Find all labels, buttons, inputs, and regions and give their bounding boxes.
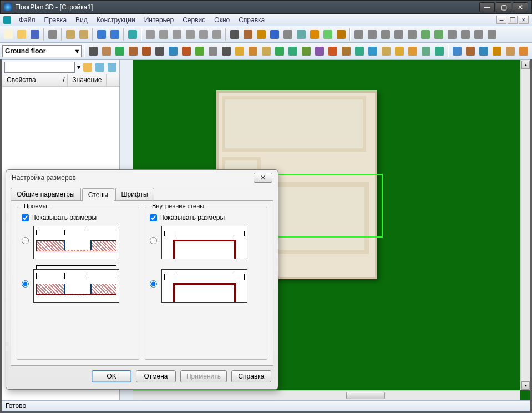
unlock-button[interactable] — [486, 28, 498, 41]
menu-constructions[interactable]: Конструкции — [92, 15, 140, 25]
group-button[interactable] — [419, 28, 432, 41]
rail-button[interactable] — [353, 45, 366, 57]
stairs-button[interactable] — [154, 45, 166, 57]
print-button[interactable] — [47, 28, 59, 41]
ok-button[interactable]: OK — [92, 370, 131, 382]
wall-button[interactable] — [100, 45, 113, 57]
radio-opening-1[interactable] — [22, 237, 29, 244]
dialog-close-button[interactable]: ✕ — [254, 173, 272, 183]
roof-button[interactable] — [140, 45, 153, 57]
send-back-button[interactable] — [459, 28, 472, 41]
cancel-button[interactable]: Отмена — [136, 370, 176, 382]
path-button[interactable] — [313, 45, 326, 57]
edit3d-button[interactable] — [478, 45, 490, 57]
close-button[interactable]: ✕ — [513, 2, 528, 12]
tab-walls[interactable]: Стены — [82, 188, 114, 201]
radio-inner-1[interactable] — [150, 237, 157, 244]
align-left-button[interactable] — [353, 28, 365, 41]
door-button[interactable] — [114, 45, 126, 57]
sidebar-combo[interactable] — [4, 62, 75, 73]
maximize-button[interactable]: ▢ — [496, 2, 511, 12]
measure-button[interactable] — [255, 28, 267, 41]
menu-view[interactable]: Вид — [71, 15, 92, 25]
menu-interior[interactable]: Интерьер — [140, 15, 179, 25]
help-button[interactable] — [126, 28, 139, 41]
zoom-fit-button[interactable] — [184, 28, 196, 41]
rotate-button[interactable] — [242, 28, 254, 41]
checkbox-show-openings[interactable] — [22, 214, 29, 221]
undo-button[interactable] — [95, 28, 108, 41]
distribute-v-button[interactable] — [406, 28, 418, 41]
opening-option-2[interactable] — [22, 269, 134, 303]
room-button[interactable] — [207, 45, 219, 57]
beam-button[interactable] — [180, 45, 192, 57]
zoom-in-button[interactable] — [144, 28, 156, 41]
ungroup-button[interactable] — [433, 28, 445, 41]
paint-button[interactable] — [491, 45, 503, 57]
col-properties[interactable]: Свойства — [2, 74, 58, 86]
tree-button[interactable] — [393, 45, 406, 57]
zoom-sel-button[interactable] — [197, 28, 210, 41]
col-sort[interactable]: / — [58, 74, 68, 86]
sun-button[interactable] — [433, 45, 445, 57]
text-button[interactable] — [268, 28, 281, 41]
copy-button[interactable] — [64, 28, 77, 41]
scroll-down-icon[interactable]: ▾ — [521, 381, 530, 390]
plant-button[interactable] — [273, 45, 286, 57]
dim2-button[interactable] — [300, 45, 312, 57]
pool-button[interactable] — [367, 45, 379, 57]
fence-button[interactable] — [260, 45, 272, 57]
menu-file[interactable]: Файл — [14, 15, 40, 25]
slab-button[interactable] — [194, 45, 206, 57]
paste-button[interactable] — [78, 28, 90, 41]
terrain-button[interactable] — [327, 45, 339, 57]
surface-button[interactable] — [420, 45, 432, 57]
light-button[interactable] — [234, 45, 246, 57]
furniture-button[interactable] — [247, 45, 259, 57]
sidebar-icon-3[interactable] — [107, 62, 117, 72]
select-button[interactable] — [87, 45, 99, 57]
h-scroll-thumb[interactable] — [346, 392, 385, 399]
grass-button[interactable] — [407, 45, 419, 57]
inner-option-2[interactable] — [150, 269, 262, 303]
menu-window[interactable]: Окно — [210, 15, 234, 25]
check-inner[interactable]: Показывать размеры — [150, 214, 262, 221]
inner-option-1[interactable] — [150, 226, 262, 259]
check-openings[interactable]: Показывать размеры — [22, 214, 134, 221]
v-scrollbar[interactable]: ▴ ▾ — [520, 60, 530, 390]
hatch-button[interactable] — [380, 45, 392, 57]
view3d-button[interactable] — [451, 45, 463, 57]
col-value[interactable]: Значение — [68, 74, 107, 86]
lock-button[interactable] — [473, 28, 485, 41]
dialog-titlebar[interactable]: Настройка размеров ✕ — [6, 170, 278, 185]
3d-button[interactable] — [322, 28, 334, 41]
tab-general[interactable]: Общие параметры — [11, 188, 81, 200]
deck-button[interactable] — [340, 45, 352, 57]
render-button[interactable] — [335, 28, 347, 41]
mdi-restore[interactable]: ❐ — [508, 16, 518, 24]
camera-button[interactable] — [220, 45, 232, 57]
column-button[interactable] — [167, 45, 179, 57]
layer-combo[interactable]: Ground floor ▾ — [2, 45, 82, 57]
checkbox-show-inner[interactable] — [150, 214, 157, 221]
mdi-minimize[interactable]: – — [496, 16, 506, 24]
zoom-prev-button[interactable] — [211, 28, 223, 41]
pointer-button[interactable] — [229, 28, 241, 41]
sidebar-icon-2[interactable] — [95, 62, 105, 72]
opening-option-1[interactable] — [22, 226, 134, 259]
mdi-close[interactable]: × — [519, 16, 529, 24]
save-button[interactable] — [29, 28, 41, 41]
menu-service[interactable]: Сервис — [178, 15, 210, 25]
house-button[interactable] — [464, 45, 477, 57]
align-center-button[interactable] — [366, 28, 378, 41]
settings-button[interactable] — [518, 45, 530, 57]
dimension-button[interactable] — [282, 28, 294, 41]
apply-button[interactable]: Применить — [180, 370, 227, 382]
text2-button[interactable] — [287, 45, 299, 57]
radio-opening-2[interactable] — [22, 280, 29, 288]
zoom-rect-button[interactable] — [171, 28, 183, 41]
redo-button[interactable] — [109, 28, 121, 41]
radio-inner-2[interactable] — [150, 280, 157, 288]
tab-fonts[interactable]: Шрифты — [115, 188, 154, 200]
help-button[interactable]: Справка — [231, 370, 271, 382]
